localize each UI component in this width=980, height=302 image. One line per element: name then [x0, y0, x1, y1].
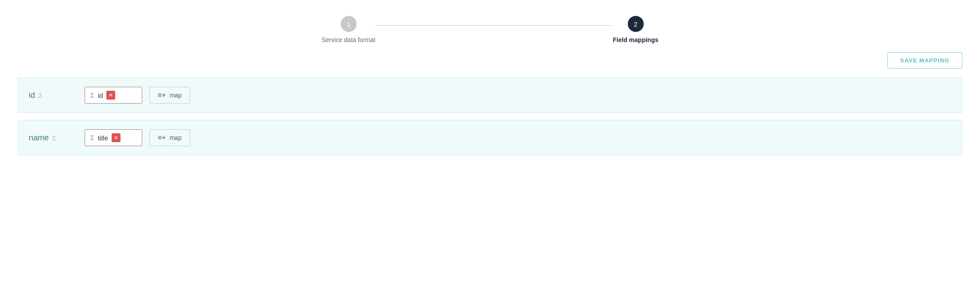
sigma-icon-name: Σ: [52, 134, 56, 142]
source-chip-name: Σ title ✕: [85, 129, 142, 146]
field-label-cell-name: name Σ: [29, 133, 78, 143]
field-label-cell-id: id Σ: [29, 91, 78, 100]
chip-delete-id[interactable]: ✕: [106, 91, 115, 100]
chip-label-name: title: [98, 134, 108, 142]
page-wrapper: 1 Service data format 2 Field mappings S…: [0, 0, 980, 302]
field-label-name: name: [29, 133, 49, 143]
mapping-container: id Σ Σ id ✕ ≡+ map name Σ Σ title ✕: [0, 77, 980, 155]
source-chip-id: Σ id ✕: [85, 87, 142, 104]
stepper-track: 1 Service data format 2 Field mappings: [322, 16, 658, 43]
field-label-id: id: [29, 91, 35, 100]
map-button-name[interactable]: ≡+ map: [149, 129, 190, 146]
map-btn-label-name: map: [170, 134, 182, 141]
mapping-row-name: name Σ Σ title ✕ ≡+ map: [18, 120, 962, 155]
step-2: 2 Field mappings: [613, 16, 658, 43]
chip-sigma-icon-name: Σ: [90, 134, 94, 141]
chip-sigma-icon-id: Σ: [90, 92, 94, 99]
stepper: 1 Service data format 2 Field mappings: [0, 0, 980, 52]
map-button-id[interactable]: ≡+ map: [149, 87, 190, 104]
step-connector: [375, 25, 613, 26]
chip-delete-name[interactable]: ✕: [112, 133, 121, 142]
sigma-icon-id: Σ: [39, 92, 43, 99]
toolbar: SAVE MAPPING: [0, 52, 980, 77]
step-1-label: Service data format: [322, 36, 375, 43]
step-1-circle: 1: [341, 16, 357, 32]
map-btn-icon-name: ≡+: [158, 134, 166, 142]
step-2-circle: 2: [628, 16, 644, 32]
save-mapping-button[interactable]: SAVE MAPPING: [887, 52, 962, 69]
chip-label-id: id: [98, 92, 103, 99]
step-1: 1 Service data format: [322, 16, 375, 43]
map-btn-icon-id: ≡+: [158, 91, 166, 99]
step-2-label: Field mappings: [613, 36, 658, 43]
map-btn-label-id: map: [170, 92, 182, 99]
mapping-row-id: id Σ Σ id ✕ ≡+ map: [18, 77, 962, 113]
